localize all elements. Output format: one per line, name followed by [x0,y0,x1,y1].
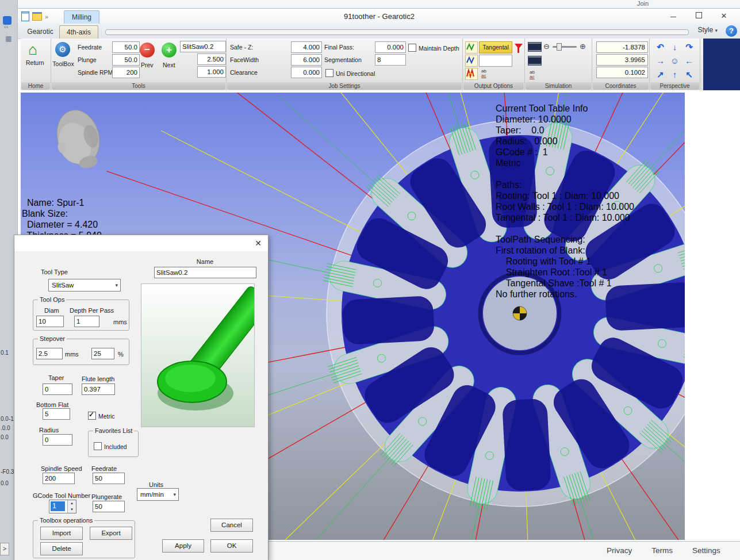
cancel-button[interactable]: Cancel [210,519,253,532]
depth-per-pass-input[interactable] [74,316,99,327]
film-strip-icon[interactable] [528,42,542,52]
flute-length-input[interactable] [82,383,115,395]
dialog-titlebar[interactable] [14,235,268,251]
uni-directional-checkbox[interactable]: Uni Directional [325,68,375,78]
tool-depth-box[interactable]: 1.000 [197,66,226,78]
perspective-arrow-button[interactable]: ↗ [653,68,668,82]
tab-4th-axis[interactable]: 4th-axis [59,25,98,39]
tool-ops-units-label: mms [113,319,127,325]
final-pass-value[interactable]: 0.000 [375,41,406,53]
tool-stepover-box[interactable]: 2.500 [197,53,226,65]
plunge-value[interactable]: 50.0 [112,54,140,66]
tool-name-input[interactable] [154,267,256,278]
checkbox-icon [408,44,416,52]
apply-button[interactable]: Apply [162,539,204,553]
text-labels-icon[interactable]: abac [530,70,535,79]
style-dropdown[interactable]: Style ▾ [697,26,718,34]
segmentation-value[interactable]: 8 [375,54,406,66]
gcode-tool-number-label: GCode Tool Number [33,492,90,499]
info-line: Tangental Shave :Tool # 1 [496,278,634,289]
text-labels-icon[interactable]: abac [481,69,486,78]
stepper-buttons[interactable]: ▲▼ [67,500,76,513]
diam-input[interactable] [36,316,64,327]
gcode-tool-number-stepper[interactable]: 1 ▲▼ [49,500,76,513]
minimize-button[interactable] [665,10,682,22]
tool-name-box[interactable]: SlitSaw0.2 [180,41,226,52]
info-line: Rooting: Tool 1 : Diam: 10.000 [496,190,634,201]
dock-chevrons-icon[interactable]: ‹‹ [4,23,8,30]
output-empty-field[interactable] [479,55,512,67]
zoom-in-icon[interactable]: ⊕ [580,42,586,51]
bottom-flat-input[interactable] [43,408,70,420]
browser-join-link[interactable]: Join [637,0,649,7]
units-select[interactable]: mm/min▾ [137,488,179,501]
tool-type-select[interactable]: SlitSaw▾ [48,279,121,291]
perspective-arrow-button[interactable]: ☺ [668,54,682,68]
info-line: Metric [496,158,634,168]
privacy-link[interactable]: Privacy [607,546,632,555]
stepover-pct-input[interactable] [91,348,114,359]
dock-expand-button[interactable]: > [0,543,9,555]
tangental-option-button[interactable]: Tangental [479,41,512,53]
metric-checkbox[interactable]: Metric [88,411,115,421]
toolbox-button[interactable]: ToolBox [52,60,75,67]
filter-funnel-icon[interactable] [515,44,523,49]
close-button[interactable]: ✕ [715,10,733,22]
spindle-speed-input[interactable] [43,473,75,484]
perspective-arrow-button[interactable]: ↷ [682,40,696,54]
stepover-mm-input[interactable] [36,348,63,359]
flame-icon[interactable] [465,68,478,80]
import-button[interactable]: Import [40,527,83,540]
included-checkbox[interactable]: Included [94,441,127,451]
info-line: No further rotations. [496,289,634,300]
perspective-arrow-button[interactable]: ↖ [682,68,696,82]
perspective-arrow-button[interactable]: ← [682,54,696,68]
maximize-button[interactable] [690,10,707,22]
spindle-rpm-value[interactable]: 200 [112,67,140,78]
radius-input[interactable] [43,434,72,446]
feedrate-value[interactable]: 50.0 [112,41,140,53]
sweep-green-icon[interactable] [465,41,478,53]
sweep-blue-icon[interactable] [465,55,478,67]
settings-link[interactable]: Settings [692,546,720,555]
spindle-speed-label: Spindle Speed [41,465,82,472]
help-button[interactable]: ? [726,25,737,37]
perspective-arrow-button[interactable]: ↶ [653,40,668,54]
zoom-out-icon[interactable]: ⊖ [543,42,550,51]
slider-handle[interactable] [557,43,562,51]
plungerate-input[interactable] [93,501,125,512]
safe-z-value[interactable]: 4.000 [291,41,322,53]
feedrate-input[interactable] [93,473,125,484]
dock-grid-icon[interactable]: ▦ [5,34,11,43]
stepper-up-icon[interactable]: ▲ [68,500,76,507]
return-button[interactable]: Return [26,59,44,66]
stepper-down-icon[interactable]: ▼ [68,507,76,513]
delete-button[interactable]: Delete [40,542,83,555]
titlebar[interactable]: » Milling 91toother - Gearotic2 ✕ [18,9,740,24]
tab-gearotic[interactable]: Gearotic [22,25,58,38]
clearance-value[interactable]: 0.000 [291,67,322,78]
terms-link[interactable]: Terms [651,546,673,555]
next-tool-icon[interactable]: + [162,43,177,57]
dock-text-fragment: -F0.3 [1,469,14,475]
safe-z-label: Safe - Z: [230,44,253,51]
ok-button[interactable]: OK [210,539,253,553]
toolbox-icon[interactable]: ⚙ [55,42,70,57]
perspective-arrow-button[interactable]: ↑ [668,68,682,82]
facewidth-value[interactable]: 6.000 [291,54,322,66]
perspective-arrow-button[interactable]: → [653,54,668,68]
ribbon-slider[interactable] [105,29,689,35]
browser-footer-links: PrivacyTermsSettings [607,546,740,555]
film-strip-icon[interactable] [528,56,542,66]
info-line: Name: Spur-1 [22,197,102,208]
taper-input[interactable] [43,383,72,395]
export-button[interactable]: Export [90,527,132,540]
chevron-down-icon: ▾ [115,279,118,291]
ribbon-tab-row: Gearotic 4th-axis Style ▾ ? [18,24,740,39]
maintain-depth-checkbox[interactable]: Maintain Depth [408,43,459,53]
prev-tool-icon[interactable]: − [140,43,155,57]
info-line: Blank Size: [22,208,102,219]
dialog-close-icon[interactable]: ✕ [253,238,263,248]
home-icon[interactable]: ⌂ [28,42,37,57]
perspective-arrow-button[interactable]: ↓ [668,40,682,54]
